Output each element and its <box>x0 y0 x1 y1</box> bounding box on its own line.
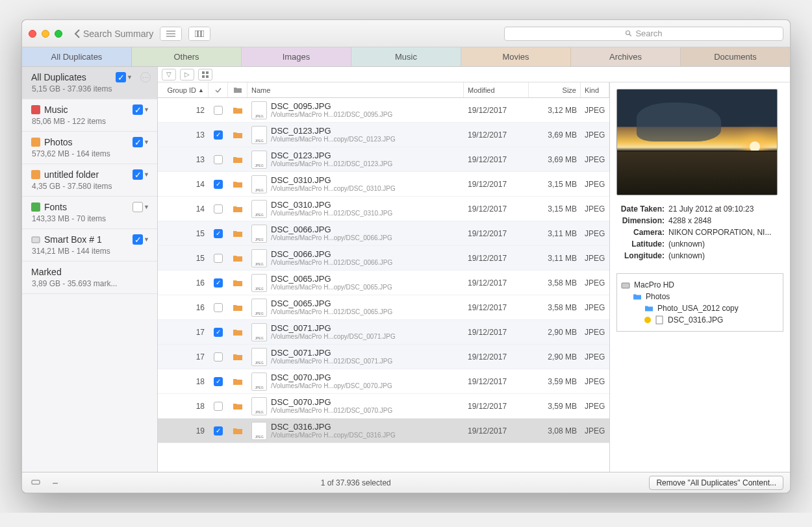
mini-toolbar: ▽ ▷ <box>158 67 790 82</box>
file-path: /Volumes/MacPro H...copy/DSC_0310.JPG <box>271 185 396 193</box>
folder-cell[interactable] <box>228 205 247 213</box>
col-header-size[interactable]: Size <box>529 82 581 97</box>
back-button[interactable]: Search Summary <box>74 29 153 39</box>
folder-cell[interactable] <box>228 131 247 139</box>
row-checkbox[interactable] <box>214 254 223 263</box>
folder-cell[interactable] <box>228 180 247 188</box>
path-file[interactable]: DSC_0316.JPG <box>621 314 779 326</box>
row-checkbox[interactable]: ✓ <box>214 278 223 288</box>
sidebar-toggle[interactable]: ✓▼ <box>116 72 134 82</box>
table-row[interactable]: 17DSC_0071.JPG/Volumes/MacPro H...012/DS… <box>158 345 609 369</box>
checkbox-checked-icon: ✓ <box>133 104 143 115</box>
sidebar-item-photos[interactable]: Photos✓▼573,62 MB - 164 items <box>22 132 157 164</box>
path-disk[interactable]: MacPro HD <box>621 279 779 291</box>
file-name: DSC_0065.JPG <box>271 274 392 284</box>
search-input[interactable]: Search <box>504 27 783 41</box>
cell-name: DSC_0071.JPG/Volumes/MacPro H...012/DSC_… <box>247 348 464 366</box>
row-checkbox[interactable] <box>214 303 223 312</box>
table-row[interactable]: 13✓DSC_0123.JPG/Volumes/MacPro H...copy/… <box>158 123 609 147</box>
table-row[interactable]: 13DSC_0123.JPG/Volumes/MacPro H...012/DS… <box>158 147 609 172</box>
maximize-icon[interactable] <box>55 30 62 38</box>
sidebar-item-smart-box-1[interactable]: Smart Box # 1✓▼314,21 MB - 144 items <box>22 229 157 262</box>
row-checkbox[interactable] <box>214 352 223 362</box>
path-folder-1[interactable]: Photos <box>621 291 779 302</box>
table-row[interactable]: 16DSC_0065.JPG/Volumes/MacPro H...012/DS… <box>158 295 609 320</box>
table-row[interactable]: 18DSC_0070.JPG/Volumes/MacPro H...012/DS… <box>158 394 609 419</box>
tab-images[interactable]: Images <box>242 47 351 66</box>
tab-movies[interactable]: Movies <box>461 47 571 66</box>
folder-icon <box>233 427 243 435</box>
row-checkbox[interactable] <box>214 106 223 115</box>
table-row[interactable]: 12DSC_0095.JPG/Volumes/MacPro H...012/DS… <box>158 98 609 123</box>
sidebar-toggle[interactable]: ✓▼ <box>133 137 151 147</box>
close-icon[interactable] <box>29 30 36 38</box>
tab-archives[interactable]: Archives <box>571 47 681 66</box>
play-button[interactable]: ▷ <box>180 69 194 80</box>
minimize-icon[interactable] <box>42 30 49 38</box>
sidebar-item-fonts[interactable]: Fonts▼143,33 MB - 70 items <box>22 197 157 229</box>
table-row[interactable]: 16✓DSC_0065.JPG/Volumes/MacPro H...opy/D… <box>158 271 609 295</box>
sort-down-button[interactable]: ▽ <box>162 69 176 80</box>
grid-button[interactable] <box>198 69 212 80</box>
folder-cell[interactable] <box>228 279 247 287</box>
folder-cell[interactable] <box>228 156 247 164</box>
table-row[interactable]: 18✓DSC_0070.JPG/Volumes/MacPro H...opy/D… <box>158 369 609 394</box>
folder-cell[interactable] <box>228 328 247 336</box>
disk-button[interactable] <box>29 478 43 488</box>
col-header-modified[interactable]: Modified <box>464 82 529 97</box>
folder-cell[interactable] <box>228 106 247 114</box>
cell-size: 3,59 MB <box>529 377 581 386</box>
folder-cell[interactable] <box>228 427 247 435</box>
sidebar-item-marked[interactable]: Marked3,89 GB - 35.693 mark... <box>22 262 157 294</box>
col-header-kind[interactable]: Kind <box>581 82 609 97</box>
sidebar-toggle[interactable]: ✓▼ <box>133 234 151 245</box>
row-checkbox[interactable] <box>214 402 223 411</box>
row-checkbox[interactable] <box>214 155 223 164</box>
cell-kind: JPEG <box>581 328 609 337</box>
remove-duplicates-button[interactable]: Remove "All Duplicates" Content... <box>649 476 783 490</box>
sidebar-item-all-duplicates[interactable]: All Duplicates✓▼⋯5,15 GB - 37.936 items <box>22 67 157 99</box>
view-column-button[interactable] <box>189 27 210 40</box>
col-header-name[interactable]: Name <box>247 82 464 97</box>
cell-name: DSC_0070.JPG/Volumes/MacPro H...012/DSC_… <box>247 397 464 415</box>
tab-others[interactable]: Others <box>132 47 242 66</box>
row-checkbox[interactable] <box>214 204 223 214</box>
file-icon <box>655 315 664 325</box>
table-row[interactable]: 15DSC_0066.JPG/Volumes/MacPro H...012/DS… <box>158 246 609 271</box>
row-checkbox[interactable]: ✓ <box>214 377 223 386</box>
sidebar-toggle[interactable]: ✓▼ <box>133 169 151 180</box>
cell-size: 3,11 MB <box>529 254 581 263</box>
folder-cell[interactable] <box>228 402 247 410</box>
table-row[interactable]: 19✓DSC_0316.JPG/Volumes/MacPro H...copy/… <box>158 419 609 443</box>
table-row[interactable]: 15✓DSC_0066.JPG/Volumes/MacPro H...opy/D… <box>158 221 609 246</box>
table-row[interactable]: 14DSC_0310.JPG/Volumes/MacPro H...012/DS… <box>158 197 609 221</box>
table-row[interactable]: 17✓DSC_0071.JPG/Volumes/MacPro H...copy/… <box>158 320 609 345</box>
col-header-folder[interactable] <box>228 82 247 97</box>
row-checkbox[interactable]: ✓ <box>214 426 223 435</box>
folder-cell[interactable] <box>228 230 247 238</box>
tab-music[interactable]: Music <box>351 47 461 66</box>
view-list-button[interactable] <box>160 27 181 40</box>
col-header-group[interactable]: Group ID ▲ <box>158 82 209 97</box>
row-checkbox[interactable]: ✓ <box>214 229 223 238</box>
row-checkbox[interactable]: ✓ <box>214 130 223 140</box>
remove-button[interactable]: − <box>48 478 62 488</box>
folder-cell[interactable] <box>228 378 247 386</box>
folder-cell[interactable] <box>228 254 247 262</box>
table-body[interactable]: 12DSC_0095.JPG/Volumes/MacPro H...012/DS… <box>158 98 609 472</box>
row-checkbox[interactable]: ✓ <box>214 180 223 189</box>
sidebar-toggle[interactable]: ▼ <box>133 202 151 212</box>
folder-cell[interactable] <box>228 304 247 312</box>
folder-cell[interactable] <box>228 353 247 361</box>
sidebar-item-untitled-folder[interactable]: untitled folder✓▼4,35 GB - 37.580 items <box>22 164 157 197</box>
path-folder-2[interactable]: Photo_USA_2012 copy <box>621 302 779 314</box>
tab-all-duplicates[interactable]: All Duplicates <box>22 47 132 66</box>
tab-documents[interactable]: Documents <box>681 47 790 66</box>
gear-icon[interactable]: ⋯ <box>140 72 151 82</box>
cell-group: 15 <box>158 229 209 238</box>
row-checkbox[interactable]: ✓ <box>214 328 223 337</box>
sidebar-item-music[interactable]: Music✓▼85,06 MB - 122 items <box>22 99 157 132</box>
table-row[interactable]: 14✓DSC_0310.JPG/Volumes/MacPro H...copy/… <box>158 172 609 197</box>
col-header-check[interactable] <box>209 82 228 97</box>
sidebar-toggle[interactable]: ✓▼ <box>133 104 151 115</box>
